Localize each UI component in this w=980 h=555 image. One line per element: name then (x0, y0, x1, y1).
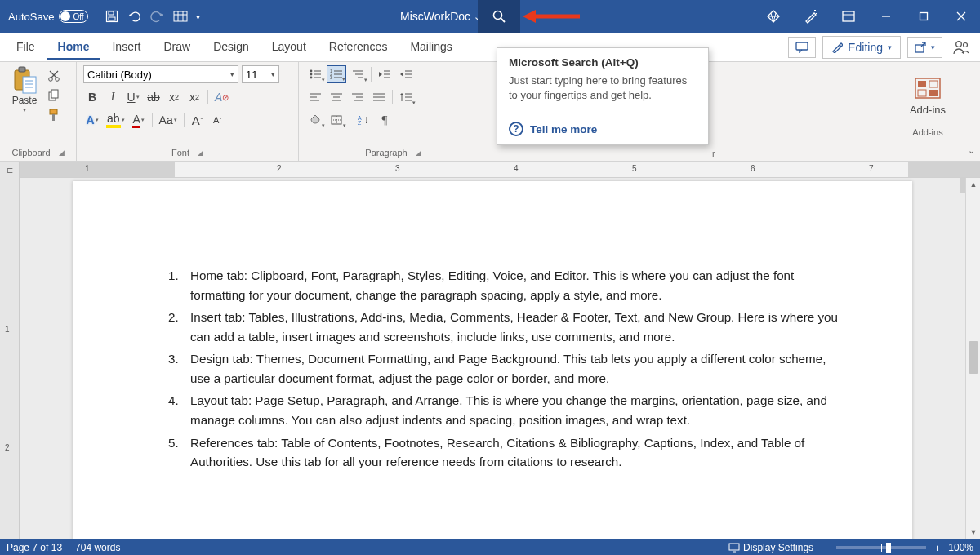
page-indicator[interactable]: Page 7 of 13 (7, 542, 62, 553)
align-left-button[interactable] (305, 88, 325, 106)
svg-rect-36 (50, 109, 57, 114)
tab-mailings[interactable]: Mailings (399, 34, 463, 60)
clear-formatting-button[interactable]: A⊘ (212, 88, 231, 106)
undo-icon[interactable] (127, 9, 142, 24)
dialog-launcher-icon[interactable]: ◢ (198, 149, 203, 157)
pencil-icon (831, 42, 843, 53)
horizontal-ruler[interactable]: ⊏ 1 2 3 4 5 6 7 (0, 162, 980, 178)
diamond-icon[interactable] (755, 0, 792, 33)
document-title[interactable]: MiscWorkDoc ⌄ (400, 10, 481, 23)
align-right-button[interactable] (348, 88, 368, 106)
close-button[interactable] (942, 0, 980, 33)
shading-button[interactable]: ▾ (305, 111, 325, 129)
group-label: Add-ins (912, 127, 942, 137)
decrease-indent-button[interactable] (375, 65, 394, 83)
line-spacing-button[interactable]: ▾ (396, 88, 416, 106)
superscript-button[interactable]: x2 (185, 88, 203, 106)
font-family-select[interactable]: Calibri (Body)▾ (83, 65, 238, 83)
bullets-button[interactable]: ▾ (305, 65, 325, 83)
svg-point-31 (56, 78, 60, 82)
list-item[interactable]: Insert tab: Tables, Illustrations, Add-i… (182, 308, 842, 346)
text-effects-button[interactable]: A▾ (83, 111, 101, 129)
numbering-button[interactable]: 123▾ (327, 65, 346, 83)
tab-layout[interactable]: Layout (261, 34, 318, 60)
bold-button[interactable]: B (83, 88, 101, 106)
subscript-button[interactable]: x2 (165, 88, 183, 106)
zoom-slider[interactable] (836, 546, 926, 549)
share-button[interactable]: ▾ (907, 37, 942, 58)
dialog-launcher-icon[interactable]: ◢ (416, 149, 421, 157)
font-size-select[interactable]: 11▾ (242, 65, 279, 83)
list-item[interactable]: Home tab: Clipboard, Font, Paragraph, St… (182, 266, 842, 304)
paste-button[interactable]: Paste ▾ (7, 65, 42, 122)
ribbon-mode-icon[interactable] (830, 0, 867, 33)
italic-button[interactable]: I (104, 88, 122, 106)
chevron-down-icon: ▾ (888, 43, 892, 51)
dialog-launcher-icon[interactable]: ◢ (59, 149, 65, 157)
scroll-thumb[interactable] (969, 341, 978, 374)
word-count[interactable]: 704 words (75, 542, 120, 553)
svg-point-38 (310, 70, 313, 73)
editing-mode-button[interactable]: Editing ▾ (822, 36, 901, 59)
svg-rect-35 (51, 90, 58, 98)
show-hide-button[interactable]: ¶ (375, 111, 394, 129)
list-item[interactable]: Layout tab: Page Setup, Paragraph, and A… (182, 391, 842, 429)
addins-button[interactable]: Add-ins (898, 65, 957, 126)
comments-button[interactable] (788, 37, 816, 58)
scroll-up-icon[interactable]: ▲ (966, 178, 980, 191)
align-center-button[interactable] (327, 88, 346, 106)
list-item[interactable]: Design tab: Themes, Document Formatting,… (182, 349, 842, 388)
ribbon-tabs: File Home Insert Draw Design Layout Refe… (0, 33, 980, 62)
svg-line-8 (501, 19, 506, 23)
collapse-ribbon-icon[interactable]: ⌄ (968, 145, 975, 156)
shrink-font-button[interactable]: A˅ (209, 111, 227, 129)
zoom-in-button[interactable]: + (934, 542, 941, 554)
strikethrough-button[interactable]: ab (145, 88, 163, 106)
title-bar: AutoSave Off ▾ MiscWorkDoc ⌄ (0, 0, 980, 33)
underline-button[interactable]: U▾ (124, 88, 142, 106)
document-page[interactable]: Home tab: Clipboard, Font, Paragraph, St… (73, 181, 912, 539)
justify-button[interactable] (369, 88, 389, 106)
account-icon[interactable] (949, 35, 973, 60)
multilevel-list-button[interactable]: ▾ (348, 65, 368, 83)
tab-design[interactable]: Design (202, 34, 261, 60)
save-icon[interactable] (105, 9, 119, 24)
copy-icon[interactable] (46, 88, 62, 103)
minimize-button[interactable] (867, 0, 905, 33)
increase-indent-button[interactable] (396, 65, 416, 83)
change-case-button[interactable]: Aa▾ (157, 111, 180, 129)
maximize-button[interactable] (905, 0, 942, 33)
scroll-down-icon[interactable]: ▼ (966, 526, 980, 539)
zoom-out-button[interactable]: − (822, 542, 828, 554)
tab-draw[interactable]: Draw (152, 34, 202, 60)
search-tooltip: Microsoft Search (Alt+Q) Just start typi… (497, 47, 709, 145)
autosave-toggle[interactable]: AutoSave Off (8, 10, 88, 23)
tab-insert[interactable]: Insert (100, 34, 152, 60)
tab-home[interactable]: Home (47, 34, 101, 60)
grow-font-button[interactable]: A˄ (189, 111, 207, 129)
vertical-ruler[interactable]: 1 2 (0, 178, 20, 539)
document-workspace: 1 2 Home tab: Clipboard, Font, Paragraph… (0, 178, 980, 539)
tab-references[interactable]: References (318, 34, 399, 60)
cut-icon[interactable] (46, 69, 62, 83)
list-item[interactable]: References tab: Table of Contents, Footn… (182, 433, 842, 472)
search-button[interactable] (478, 0, 520, 33)
zoom-level[interactable]: 100% (948, 542, 973, 553)
format-painter-icon[interactable] (46, 108, 62, 122)
display-settings-button[interactable]: Display Settings (728, 542, 813, 553)
tell-me-more-link[interactable]: ? Tell me more (497, 113, 708, 144)
font-color-button[interactable]: A▾ (130, 111, 148, 129)
svg-rect-2 (109, 17, 115, 20)
group-addins: Add-ins Add-ins (892, 62, 964, 140)
tab-file[interactable]: File (5, 34, 47, 60)
svg-point-42 (310, 77, 313, 79)
borders-button[interactable]: ▾ (327, 111, 346, 129)
sort-button[interactable]: AZ (354, 111, 373, 129)
pen-icon[interactable] (792, 0, 830, 33)
qat-table-icon[interactable] (173, 9, 188, 24)
toggle-switch[interactable]: Off (59, 10, 88, 23)
redo-icon[interactable] (150, 9, 165, 24)
highlight-button[interactable]: ab▾ (104, 111, 127, 129)
qat-customize-icon[interactable]: ▾ (196, 12, 200, 21)
vertical-scrollbar[interactable]: ▲ ▼ (965, 178, 980, 539)
